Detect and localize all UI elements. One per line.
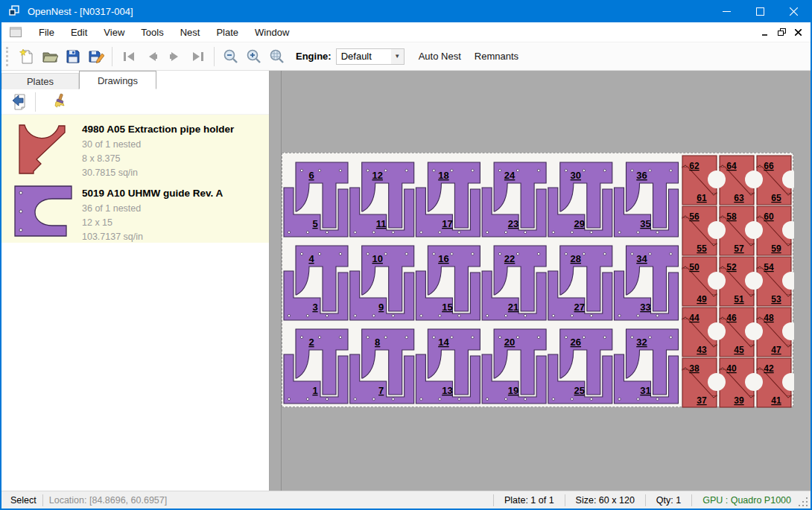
svg-text:22: 22 xyxy=(504,253,515,264)
drawing-size: 8 x 8.375 xyxy=(82,152,261,166)
go-first-icon[interactable] xyxy=(117,45,140,68)
nested-pair-purple: 2423 xyxy=(482,162,546,237)
go-next-icon[interactable] xyxy=(163,45,186,68)
svg-text:47: 47 xyxy=(771,345,781,355)
nested-pair-purple: 65 xyxy=(284,162,348,237)
menu-bar: File Edit View Tools Nest Plate Window xyxy=(1,22,811,42)
drawing-nested: 30 of 1 nested xyxy=(82,138,261,152)
main-toolbar: Engine: Default ▼ Auto Nest Remnants xyxy=(1,42,811,71)
mdi-restore-icon[interactable] xyxy=(773,25,790,39)
svg-text:3: 3 xyxy=(312,302,317,313)
svg-text:51: 51 xyxy=(734,294,744,305)
svg-text:1: 1 xyxy=(312,385,317,396)
new-file-icon[interactable] xyxy=(15,45,38,68)
status-size: Size: 60 x 120 xyxy=(571,495,639,506)
nest-canvas[interactable]: 6512111817242330293635431091615222128273… xyxy=(270,71,811,491)
menu-nest[interactable]: Nest xyxy=(172,24,209,41)
zoom-extents-icon[interactable] xyxy=(265,45,288,68)
svg-text:40: 40 xyxy=(726,363,737,374)
svg-text:11: 11 xyxy=(376,218,387,229)
maximize-icon[interactable] xyxy=(743,0,777,22)
svg-text:50: 50 xyxy=(689,262,700,272)
tab-plates[interactable]: Plates xyxy=(1,73,79,89)
mdi-document-icon[interactable] xyxy=(10,27,22,37)
zoom-in-icon[interactable] xyxy=(242,45,265,68)
svg-text:2: 2 xyxy=(308,337,314,348)
tab-drawings[interactable]: Drawings xyxy=(79,71,156,89)
svg-text:64: 64 xyxy=(726,161,737,171)
status-plate: Plate: 1 of 1 xyxy=(500,495,559,506)
nested-pair-purple: 1817 xyxy=(416,162,480,237)
svg-text:15: 15 xyxy=(442,302,452,313)
minimize-icon[interactable] xyxy=(710,0,743,22)
mdi-close-icon[interactable] xyxy=(790,25,806,39)
svg-text:43: 43 xyxy=(697,345,707,355)
svg-text:6: 6 xyxy=(308,170,314,181)
svg-text:17: 17 xyxy=(442,218,452,229)
svg-text:25: 25 xyxy=(574,385,585,396)
menu-plate[interactable]: Plate xyxy=(208,24,247,41)
engine-select[interactable]: Default ▼ xyxy=(336,48,405,65)
chevron-down-icon: ▼ xyxy=(391,49,404,64)
drawing-thumbnail-purple xyxy=(10,185,76,238)
mdi-minimize-icon[interactable] xyxy=(757,25,773,39)
svg-text:59: 59 xyxy=(771,243,781,254)
list-item[interactable]: 4980 A05 Extraction pipe holder 30 of 1 … xyxy=(1,115,269,179)
svg-text:56: 56 xyxy=(689,211,700,222)
menu-tools[interactable]: Tools xyxy=(133,24,171,41)
save-as-file-icon[interactable] xyxy=(84,45,107,68)
nested-pair-purple: 3029 xyxy=(548,162,612,237)
go-previous-icon[interactable] xyxy=(140,45,163,68)
remnants-button[interactable]: Remnants xyxy=(468,47,525,66)
status-gpu: GPU : Quadro P1000 xyxy=(698,495,796,506)
menu-edit[interactable]: Edit xyxy=(63,24,95,41)
svg-text:42: 42 xyxy=(764,363,774,374)
menu-view[interactable]: View xyxy=(95,24,133,41)
status-qty: Qty: 1 xyxy=(652,495,685,506)
status-bar: Select Location: [84.8696, 60.6957] Plat… xyxy=(1,491,811,509)
svg-text:30: 30 xyxy=(571,170,581,181)
drawing-nested: 36 of 1 nested xyxy=(82,202,261,216)
close-icon[interactable] xyxy=(777,0,811,22)
nested-pair-purple: 3433 xyxy=(615,246,679,320)
drawing-thumbnail-red xyxy=(10,121,76,174)
nested-pair-purple: 1413 xyxy=(416,329,480,404)
nested-pair-purple: 1211 xyxy=(350,162,414,237)
open-file-icon[interactable] xyxy=(38,45,61,68)
auto-nest-button[interactable]: Auto Nest xyxy=(412,47,468,66)
drawing-area: 30.7815 sq/in xyxy=(82,166,261,180)
zoom-out-icon[interactable] xyxy=(219,45,242,68)
resize-grip[interactable] xyxy=(799,497,809,508)
svg-text:61: 61 xyxy=(697,193,707,203)
nested-pair-purple: 21 xyxy=(284,329,348,404)
svg-text:35: 35 xyxy=(640,218,650,229)
svg-text:32: 32 xyxy=(636,337,647,348)
list-item[interactable]: 5019 A10 UHMW guide Rev. A 36 of 1 neste… xyxy=(1,179,269,243)
plate[interactable]: 6512111817242330293635431091615222128273… xyxy=(282,153,793,407)
menu-window[interactable]: Window xyxy=(247,24,297,41)
clean-icon[interactable] xyxy=(46,91,69,113)
menu-file[interactable]: File xyxy=(31,24,63,41)
svg-text:7: 7 xyxy=(378,385,384,396)
nested-pair-purple: 3635 xyxy=(615,162,679,237)
svg-text:4: 4 xyxy=(308,253,314,264)
svg-text:29: 29 xyxy=(574,218,585,229)
engine-label: Engine: xyxy=(296,51,332,62)
import-drawing-icon[interactable] xyxy=(7,91,31,113)
svg-text:27: 27 xyxy=(574,302,585,313)
nested-pair-purple: 2625 xyxy=(548,329,612,404)
svg-text:10: 10 xyxy=(372,253,382,264)
save-file-icon[interactable] xyxy=(61,45,84,68)
nested-pair-purple: 3231 xyxy=(615,329,679,404)
nested-pair-purple: 2827 xyxy=(548,246,612,320)
svg-text:36: 36 xyxy=(636,170,647,181)
sidebar: Plates Drawings 4980 A05 Extraction pipe… xyxy=(1,71,270,491)
nested-pair-purple: 1615 xyxy=(416,246,480,320)
toolbar-grip[interactable] xyxy=(6,47,10,66)
go-last-icon[interactable] xyxy=(186,45,209,68)
svg-text:65: 65 xyxy=(771,193,781,203)
svg-text:39: 39 xyxy=(734,395,744,406)
svg-text:46: 46 xyxy=(726,313,737,323)
svg-text:41: 41 xyxy=(771,395,781,406)
svg-text:38: 38 xyxy=(689,363,700,374)
